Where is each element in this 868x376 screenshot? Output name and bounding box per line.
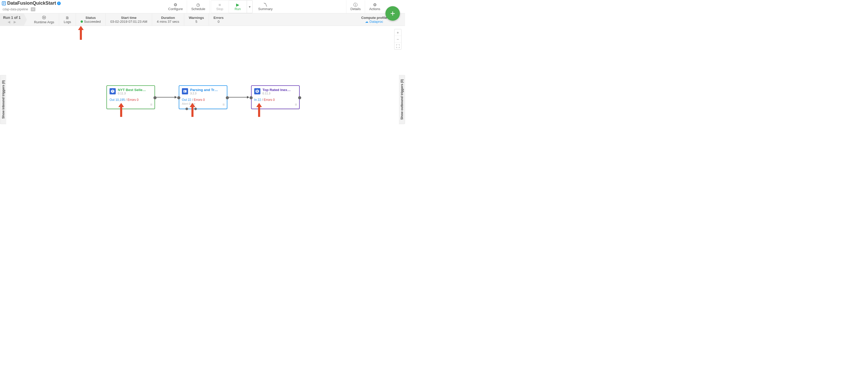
info-icon[interactable]: i	[57, 2, 61, 5]
run-info-bar: Run 1 of 1 ◀ ▶ Ⓜ Runtime Args 🗎 Logs Sta…	[0, 13, 405, 26]
node-menu-icon[interactable]: ≡	[222, 102, 225, 107]
status-dot-icon	[81, 21, 83, 23]
logs-icon: 🗎	[65, 16, 69, 20]
node-version: 0.11.3	[262, 92, 297, 95]
start-time-cell: Start time 03-02-2019 07:01:23 AM	[106, 13, 152, 26]
configure-button[interactable]: ⚙ Configure	[164, 0, 187, 13]
cloud-icon: ☁	[365, 20, 368, 24]
node-menu-icon[interactable]: ≡	[150, 102, 152, 107]
node-extra-ports-label: Alert Error	[182, 102, 224, 105]
sink-node-icon	[254, 88, 260, 94]
input-port[interactable]	[177, 96, 180, 99]
runtime-args-icon: Ⓜ	[42, 15, 46, 20]
toolbar-right: ⓘ Details ⚙ Actions	[346, 0, 384, 13]
node-source[interactable]: NYT Best Selle… 0.11.3 Out 10,195 / Erro…	[106, 85, 155, 109]
play-icon: ▶	[236, 3, 239, 7]
next-run-icon[interactable]: ▶	[14, 20, 16, 24]
duration-cell: Duration 4 mins 37 secs	[152, 13, 184, 26]
gear-icon: ⚙	[373, 3, 377, 7]
output-port[interactable]	[298, 96, 301, 99]
alert-port[interactable]	[185, 108, 188, 110]
status-cell: Status Succeeded	[76, 13, 106, 26]
node-title: Top Rated Inex…	[262, 88, 297, 92]
stop-icon: ■	[219, 3, 221, 7]
errors-cell: Errors 0	[209, 13, 228, 26]
transform-node-icon	[182, 88, 188, 94]
breadcrumb[interactable]: cdap-data-pipeline	[2, 7, 29, 12]
output-port[interactable]	[226, 96, 229, 99]
node-title: NYT Best Selle…	[118, 88, 152, 92]
logs-button[interactable]: 🗎 Logs	[59, 13, 76, 26]
compute-profile[interactable]: Compute profile ☁Dataproc	[361, 13, 387, 26]
sliders-icon: ⚙	[174, 3, 177, 7]
node-version: 0.11.3	[118, 92, 152, 95]
node-sink[interactable]: Top Rated Inex… 0.11.3 In 22 / Errors 0 …	[251, 85, 300, 109]
inbound-triggers-rail[interactable]: Show inbound triggers (0)	[0, 75, 6, 124]
connector-2-3	[228, 97, 249, 97]
node-transform[interactable]: Parsing and Tr… 3.2.3 Out 22 / Errors 0 …	[179, 85, 227, 109]
details-button[interactable]: ⓘ Details	[346, 0, 365, 13]
zoom-fit-button[interactable]: ⛶	[395, 43, 401, 49]
connector-1-2	[156, 97, 177, 97]
node-stats: In 22 / Errors 0	[254, 98, 297, 102]
node-title: Parsing and Tr…	[190, 88, 224, 92]
pipeline-canvas[interactable]: + − ⛶ Show inbound triggers (0) Show out…	[0, 26, 405, 188]
run-selector[interactable]: Run 1 of 1 ◀ ▶	[0, 13, 24, 26]
warnings-cell: Warnings 5	[184, 13, 209, 26]
stop-button[interactable]: ■ Stop	[211, 0, 229, 13]
breadcrumb-add-button[interactable]: +	[31, 7, 35, 11]
fab-add-button[interactable]: +	[385, 6, 400, 21]
titlebar: DataFusionQuickStart i cdap-data-pipelin…	[0, 0, 405, 13]
node-menu-icon[interactable]: ≡	[295, 102, 297, 107]
run-dropdown-caret[interactable]: ▾	[247, 0, 253, 13]
app-logo-icon	[2, 1, 6, 6]
node-version: 3.2.3	[190, 92, 224, 95]
clock-icon: ◷	[196, 3, 200, 7]
pipeline-title: DataFusionQuickStart i	[2, 1, 61, 6]
svg-marker-4	[255, 89, 259, 93]
node-stats: Out 10,195 / Errors 0	[110, 98, 152, 102]
zoom-in-button[interactable]: +	[395, 29, 401, 36]
outbound-triggers-rail[interactable]: Show outbound triggers (0)	[399, 75, 405, 124]
annotation-arrow	[79, 26, 83, 40]
svg-rect-2	[112, 91, 113, 91]
output-port[interactable]	[153, 96, 157, 99]
input-port[interactable]	[250, 96, 253, 99]
chart-icon: 〽	[263, 3, 268, 7]
run-button[interactable]: ▶ Run	[229, 0, 247, 13]
pipeline-title-text: DataFusionQuickStart	[7, 1, 56, 6]
toolbar-center: ⚙ Configure ◷ Schedule ■ Stop ▶ Run ▾ 〽 …	[164, 0, 277, 13]
node-stats: Out 22 / Errors 0	[182, 98, 224, 102]
summary-button[interactable]: 〽 Summary	[254, 0, 277, 13]
actions-button[interactable]: ⚙ Actions	[365, 0, 384, 13]
error-port[interactable]	[194, 108, 197, 110]
zoom-out-button[interactable]: −	[395, 36, 401, 43]
prev-run-icon[interactable]: ◀	[8, 20, 10, 24]
schedule-button[interactable]: ◷ Schedule	[187, 0, 210, 13]
runtime-args-button[interactable]: Ⓜ Runtime Args	[29, 13, 59, 26]
source-node-icon	[110, 88, 116, 94]
zoom-controls: + − ⛶	[394, 29, 401, 50]
info-circle-icon: ⓘ	[353, 3, 358, 7]
